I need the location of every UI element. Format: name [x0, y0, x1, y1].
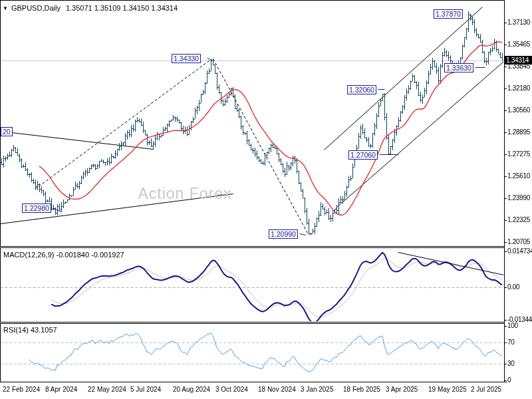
ohlc-values: 1.35071 1.35109 1.34150 1.34314	[66, 4, 178, 12]
top-border	[0, 0, 504, 1]
price-axis-label: 1.28895	[507, 128, 530, 136]
rsi-axis-label: 100	[507, 322, 518, 329]
symbol-title: GBPUSD,Daily	[11, 4, 61, 12]
price-axis-label: 1.35465	[507, 41, 530, 48]
x-axis-date-label: 18 Feb 2025	[343, 386, 380, 393]
price-axis-label: 1.20705	[507, 238, 530, 245]
price-level-label[interactable]: 20	[1, 127, 13, 136]
rsi-header: RSI(14) 43.1057	[3, 326, 57, 334]
x-axis-date-label: 3 Oct 2024	[215, 386, 248, 393]
x-axis-date-label: 19 May 2025	[428, 386, 467, 393]
price-axis-label: 1.25610	[507, 172, 530, 180]
price-axis-label: 1.32180	[507, 84, 530, 92]
x-axis-date-label: 20 Aug 2024	[173, 386, 210, 393]
rsi-axis-label: 70	[507, 338, 515, 346]
macd-axis-label: 0.00	[507, 283, 519, 291]
price-level-label[interactable]: 1.37870	[434, 9, 463, 19]
x-axis-date-label: 5 Jul 2024	[130, 386, 161, 393]
price-level-label[interactable]: 1.33630	[444, 63, 473, 72]
price-level-label[interactable]: 1.34330	[172, 54, 201, 63]
rsi-axis-label: 30	[507, 360, 515, 367]
x-axis-line	[0, 382, 507, 382]
symbol-header: ▼GBPUSD,Daily1.35071 1.35109 1.34150 1.3…	[3, 4, 178, 12]
price-axis-label: 1.30560	[507, 106, 530, 114]
x-axis-date-label: 18 Nov 2024	[258, 386, 296, 393]
x-axis-date-label: 22 May 2024	[88, 386, 126, 393]
panel-divider-macd[interactable]	[0, 246, 504, 248]
macd-axis-label: 0.014734	[507, 247, 532, 255]
price-axis-label: 1.27275	[507, 150, 530, 158]
x-axis-date-label: 22 Feb 2024	[3, 386, 40, 393]
price-axis-label: 1.22325	[507, 216, 530, 223]
panel-divider-rsi[interactable]	[0, 322, 504, 324]
price-level-label[interactable]: 1.22980	[22, 203, 51, 213]
price-axis-label: 1.23990	[507, 194, 530, 201]
price-axis-label: 1.37130	[507, 19, 530, 26]
x-axis-labels: 22 Feb 20248 Apr 202422 May 20245 Jul 20…	[0, 386, 532, 396]
x-axis-date-label: 3 Apr 2025	[386, 386, 418, 393]
watermark: Action Forex	[0, 185, 370, 203]
trading-chart-window: ▼GBPUSD,Daily1.35071 1.35109 1.34150 1.3…	[0, 0, 532, 399]
rsi-axis-label: 0	[507, 376, 511, 384]
x-axis-date-label: 3 Jan 2025	[301, 386, 334, 393]
dropdown-arrow-icon[interactable]: ▼	[3, 5, 8, 11]
x-axis-date-label: 2 Jul 2025	[471, 386, 501, 393]
price-level-label[interactable]: 1.20990	[269, 229, 298, 239]
macd-header: MACD(12,26,9) -0.001840 -0.001927	[3, 251, 124, 259]
price-level-label[interactable]: 1.32060	[347, 85, 376, 94]
last-price-tag: 1.34314	[504, 56, 532, 65]
price-level-label[interactable]: 1.27060	[348, 150, 378, 160]
x-axis-date-label: 8 Apr 2024	[45, 386, 77, 393]
